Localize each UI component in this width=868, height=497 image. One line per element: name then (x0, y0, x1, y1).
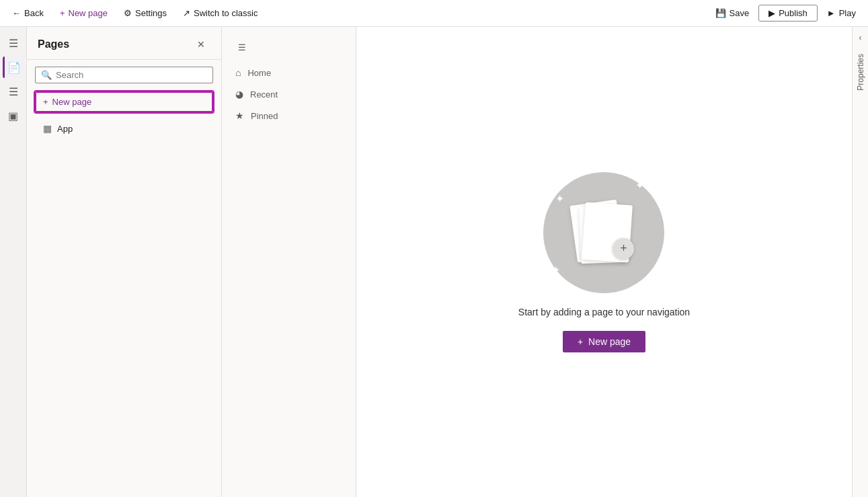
pages-rail-button[interactable]: 📄 (3, 56, 24, 78)
nav-panel: ☰ ⌂ Home ◕ Recent ★ Pinned (222, 27, 356, 497)
pages-header: Pages ✕ (27, 27, 221, 60)
play-button[interactable]: ► Play (820, 5, 863, 21)
publish-button[interactable]: ▶ Publish (758, 5, 818, 22)
play-icon: ► (827, 8, 836, 18)
recent-icon: ◕ (235, 89, 243, 100)
properties-collapse-button[interactable]: ‹ (853, 27, 869, 48)
search-icon: 🔍 (41, 70, 52, 80)
nav-item-pinned[interactable]: ★ Pinned (222, 105, 356, 126)
canvas-hint-text: Start by adding a page to your navigatio… (518, 307, 690, 317)
toolbar: ← Back + New page ⚙ Settings ↗ Switch to… (0, 0, 868, 27)
app-icon: ▦ (43, 123, 52, 134)
back-icon: ← (12, 8, 21, 18)
save-button[interactable]: 💾 Save (709, 5, 756, 21)
properties-panel: ‹ Properties (852, 27, 868, 497)
sparkle-1-icon: ✦ (555, 192, 564, 205)
plus-icon: + (60, 8, 65, 18)
search-box: 🔍 (35, 67, 213, 83)
canvas-content: ✦ ✦ ✦ ✦ + Start by adding a page to your… (518, 172, 690, 352)
new-page-panel-button[interactable]: + New page (35, 91, 213, 112)
nav-item-recent[interactable]: ◕ Recent (222, 83, 356, 105)
icon-rail: ☰ 📄 ☰ ▣ (0, 27, 27, 497)
close-pages-panel-button[interactable]: ✕ (192, 35, 210, 54)
search-input[interactable] (56, 70, 207, 80)
main-layout: ☰ 📄 ☰ ▣ Pages ✕ 🔍 + New page ▦ App ☰ ⌂ H… (0, 27, 868, 497)
new-page-canvas-button[interactable]: + New page (563, 331, 645, 352)
sparkle-2-icon: ✦ (635, 179, 644, 192)
settings-icon: ⚙ (124, 8, 132, 18)
toolbar-right: 💾 Save ▶ Publish ► Play (709, 5, 863, 22)
nav-hamburger-button[interactable]: ☰ (233, 38, 251, 56)
pinned-icon: ★ (235, 110, 244, 121)
canvas-new-page-plus-icon: + (578, 336, 583, 347)
new-page-toolbar-button[interactable]: + New page (53, 5, 114, 21)
properties-label: Properties (856, 54, 865, 91)
pages-panel-title: Pages (38, 38, 192, 50)
add-circle-icon: + (613, 238, 634, 260)
canvas-area: ✦ ✦ ✦ ✦ + Start by adding a page to your… (356, 27, 852, 497)
nav-item-home[interactable]: ⌂ Home (222, 62, 356, 83)
new-page-plus-icon: + (43, 97, 48, 107)
list-rail-button[interactable]: ☰ (3, 81, 24, 102)
switch-to-classic-button[interactable]: ↗ Switch to classic (176, 5, 264, 21)
settings-button[interactable]: ⚙ Settings (117, 5, 173, 21)
sparkle-3-icon: ✦ (551, 264, 560, 276)
app-item[interactable]: ▦ App (32, 118, 216, 139)
illustration-circle: ✦ ✦ ✦ ✦ + (543, 172, 664, 293)
hamburger-rail-button[interactable]: ☰ (3, 32, 24, 54)
home-icon: ⌂ (235, 67, 241, 78)
components-rail-button[interactable]: ▣ (3, 105, 24, 126)
save-icon: 💾 (715, 8, 726, 18)
switch-icon: ↗ (183, 8, 190, 18)
pages-panel: Pages ✕ 🔍 + New page ▦ App (27, 27, 222, 497)
publish-icon: ▶ (768, 8, 775, 18)
sparkle-4-icon: ✦ (642, 274, 651, 286)
nav-panel-header: ☰ (222, 32, 356, 62)
pages-stack: + (570, 202, 637, 263)
back-button[interactable]: ← Back (5, 5, 50, 21)
